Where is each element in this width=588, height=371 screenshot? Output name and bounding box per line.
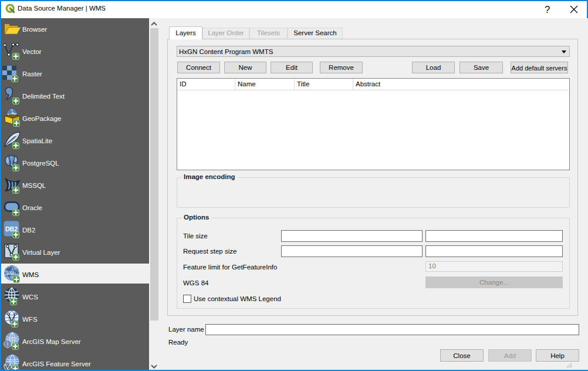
svg-text:DB2: DB2 — [5, 225, 18, 232]
svg-text:WMS: WMS — [7, 272, 17, 276]
